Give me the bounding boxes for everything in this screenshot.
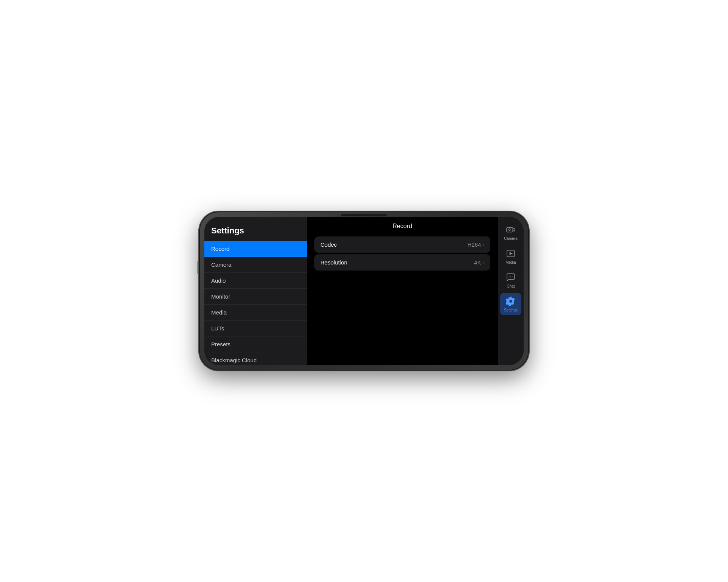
svg-point-6 xyxy=(512,277,513,277)
camera-icon xyxy=(505,224,516,235)
main-content: Record Codec H264 › Resolution xyxy=(307,217,498,365)
phone-device: Settings Record Camera Audio Monitor Med xyxy=(199,211,529,371)
main-page-title: Record xyxy=(314,223,490,230)
sidebar-item-audio[interactable]: Audio xyxy=(204,273,307,289)
chat-icon xyxy=(505,272,516,283)
media-icon xyxy=(505,248,516,259)
codec-chevron-icon: › xyxy=(483,242,484,247)
svg-rect-0 xyxy=(507,228,513,232)
sidebar-item-luts[interactable]: LUTs xyxy=(204,321,307,336)
codec-row[interactable]: Codec H264 › xyxy=(314,236,490,253)
tab-chat-label: Chat xyxy=(507,284,515,288)
tab-settings[interactable]: Settings xyxy=(500,293,521,315)
sidebar: Settings Record Camera Audio Monitor Med xyxy=(204,217,307,365)
sidebar-item-monitor[interactable]: Monitor xyxy=(204,289,307,305)
sidebar-item-camera[interactable]: Camera xyxy=(204,257,307,273)
phone-shell: Settings Record Camera Audio Monitor Med xyxy=(199,211,529,371)
codec-label: Codec xyxy=(320,241,337,248)
settings-list: Codec H264 › Resolution 4K › xyxy=(314,236,490,271)
codec-value: H264 › xyxy=(468,241,484,248)
tab-camera[interactable]: Camera xyxy=(500,221,521,244)
right-tabbar: Camera Media xyxy=(498,217,524,365)
resolution-chevron-icon: › xyxy=(483,260,484,265)
sidebar-item-presets[interactable]: Presets xyxy=(204,336,307,352)
tab-media[interactable]: Media xyxy=(500,245,521,268)
sidebar-item-record[interactable]: Record xyxy=(204,241,307,257)
tab-chat[interactable]: Chat xyxy=(500,269,521,291)
svg-point-1 xyxy=(509,229,510,230)
resolution-label: Resolution xyxy=(320,259,347,266)
resolution-row[interactable]: Resolution 4K › xyxy=(314,254,490,271)
app-content: Settings Record Camera Audio Monitor Med xyxy=(204,217,524,365)
phone-screen: Settings Record Camera Audio Monitor Med xyxy=(204,217,524,365)
sidebar-item-media[interactable]: Media xyxy=(204,305,307,321)
tab-media-label: Media xyxy=(505,260,516,264)
phone-pill xyxy=(341,214,387,216)
tab-settings-label: Settings xyxy=(504,308,518,312)
settings-gear-icon xyxy=(505,296,516,307)
sidebar-item-blackmagic-cloud[interactable]: Blackmagic Cloud xyxy=(204,352,307,365)
tab-camera-label: Camera xyxy=(504,236,518,241)
resolution-value: 4K › xyxy=(474,259,484,266)
svg-point-4 xyxy=(509,277,510,277)
svg-point-5 xyxy=(510,277,511,277)
sidebar-title: Settings xyxy=(204,224,307,241)
svg-marker-3 xyxy=(510,252,513,255)
